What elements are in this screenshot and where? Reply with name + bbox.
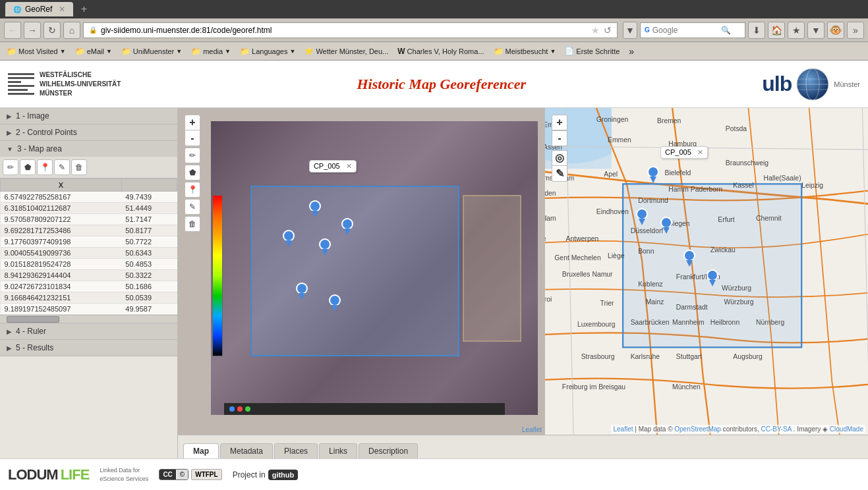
- table-row[interactable]: 9.17760397740919850.7722: [1, 236, 177, 248]
- search-engine-icon: G: [645, 26, 650, 34]
- bookmark-charles[interactable]: W Charles V, Holy Roma...: [393, 45, 488, 57]
- osm-pin-4[interactable]: [683, 250, 695, 269]
- svg-text:Würzburg: Würzburg: [722, 285, 751, 292]
- section-maparea-header[interactable]: ▼ 3 - Map area: [0, 141, 177, 157]
- draw-tool[interactable]: ✏: [185, 148, 200, 163]
- map-pin-1[interactable]: [309, 200, 321, 219]
- edit-tool-button[interactable]: ✏: [3, 159, 18, 175]
- polygon-tool-button[interactable]: ⬟: [20, 159, 36, 175]
- tab-map[interactable]: Map: [183, 443, 219, 458]
- bookmark-wetter[interactable]: ⭐ Wetter Münster, Deu...: [301, 45, 392, 57]
- bookmark-meistbesucht[interactable]: 📁 Meistbesucht ▼: [490, 45, 560, 57]
- bookmark-most-visited[interactable]: 📁 Most Visited ▼: [3, 45, 70, 57]
- section-cp-header[interactable]: ▶ 2 - Control Points: [0, 124, 177, 140]
- osm-pin-2[interactable]: [636, 208, 648, 227]
- cell-y: 50.3322: [121, 270, 177, 281]
- scrollbar-thumb[interactable]: [7, 316, 59, 323]
- url-input[interactable]: [101, 26, 587, 35]
- delete-tool-button[interactable]: 🗑: [71, 159, 87, 175]
- github-badge[interactable]: github: [268, 470, 299, 480]
- table-row[interactable]: 9.00405541909973650.6343: [1, 248, 177, 259]
- svg-text:Zwickau: Zwickau: [710, 246, 736, 254]
- ccbysa-link[interactable]: CC-BY-SA: [761, 425, 791, 433]
- edit2-tool-button[interactable]: ✎: [54, 159, 70, 175]
- menu-button[interactable]: ▼: [807, 22, 825, 39]
- osm-locate[interactable]: ◎: [552, 150, 567, 166]
- bookmark-languages[interactable]: 📁 Languages ▼: [236, 45, 299, 57]
- osm-pin-3[interactable]: [660, 217, 672, 236]
- osm-zoom-out[interactable]: -: [552, 130, 567, 146]
- bookmark-uni[interactable]: 📁 UniMuenster ▼: [117, 45, 186, 57]
- horizontal-scrollbar[interactable]: [0, 315, 177, 323]
- osm-tooltip-close[interactable]: ✕: [697, 148, 703, 156]
- section-image-header[interactable]: ▶ 1 - Image: [0, 108, 177, 124]
- cc-circle: ©: [177, 470, 188, 479]
- map-pin-6[interactable]: [329, 294, 341, 313]
- refresh-button[interactable]: ↻: [43, 22, 61, 39]
- pin-tool-button[interactable]: 📍: [37, 159, 53, 175]
- home-button2[interactable]: 🏠: [768, 22, 785, 39]
- table-row[interactable]: 9.18919715248509749.9587: [1, 304, 177, 315]
- new-tab-button[interactable]: +: [76, 2, 92, 16]
- shape-tool[interactable]: ⬟: [185, 165, 200, 180]
- osm-zoom-in[interactable]: +: [552, 115, 567, 130]
- osm-pin-1[interactable]: [647, 166, 659, 185]
- tab-links[interactable]: Links: [319, 443, 357, 458]
- svg-point-5: [310, 201, 320, 211]
- back-button[interactable]: ←: [4, 22, 21, 39]
- extensions-button[interactable]: ★: [788, 22, 805, 39]
- osm-pin-5[interactable]: [707, 269, 718, 288]
- dropdown-icon: ▼: [176, 48, 182, 55]
- tooltip-close-icon[interactable]: ✕: [346, 162, 352, 170]
- osm-link[interactable]: OpenStreetMap: [674, 425, 721, 433]
- table-row[interactable]: 9.69228171725348650.8177: [1, 225, 177, 236]
- university-name: WESTFÄLISCHE WILHELMS-UNIVERSITÄT MÜNSTE…: [40, 70, 121, 98]
- home-button[interactable]: ⌂: [63, 22, 80, 39]
- marker-tool[interactable]: 📍: [185, 182, 200, 198]
- tab-description[interactable]: Description: [359, 443, 418, 458]
- bookmark-more[interactable]: »: [625, 45, 638, 58]
- cloudmade-link[interactable]: CloudMade: [830, 425, 863, 433]
- table-row[interactable]: 6.57492278525816749.7439: [1, 192, 177, 203]
- extra-menu[interactable]: »: [847, 22, 864, 39]
- toolbar-btn1[interactable]: ▼: [623, 22, 637, 39]
- map-pin-4[interactable]: [341, 218, 353, 237]
- bookmark-erste[interactable]: 📄 Erste Schritte: [561, 45, 623, 57]
- forward-button[interactable]: →: [24, 22, 41, 39]
- refresh-icon[interactable]: ↺: [604, 25, 612, 36]
- table-row[interactable]: 8.94129362914440450.3322: [1, 270, 177, 281]
- svg-text:Düsseldorf: Düsseldorf: [631, 227, 664, 234]
- edit-tool[interactable]: ✎: [185, 199, 200, 215]
- table-row[interactable]: 9.16684642123215150.0539: [1, 292, 177, 304]
- browser-tab[interactable]: 🌐 GeoRef ✕: [5, 2, 73, 16]
- map-pin-2[interactable]: [283, 230, 295, 249]
- monkey-icon[interactable]: 🐵: [827, 22, 844, 39]
- downloads-button[interactable]: ⬇: [748, 22, 765, 39]
- table-row[interactable]: 9.57058780920712251.7147: [1, 214, 177, 225]
- bookmark-star-icon[interactable]: ★: [591, 25, 600, 36]
- leaflet-link[interactable]: Leaflet: [522, 426, 542, 433]
- search-icon[interactable]: 🔍: [721, 26, 731, 35]
- munster-label: Münster: [834, 80, 860, 88]
- osm-edit[interactable]: ✎: [552, 166, 567, 182]
- tab-metadata[interactable]: Metadata: [220, 443, 273, 458]
- delete-tool[interactable]: 🗑: [185, 216, 200, 232]
- table-row[interactable]: 9.01518281952472850.4853: [1, 259, 177, 270]
- tab-close-icon[interactable]: ✕: [59, 5, 65, 14]
- table-row[interactable]: 6.31851040211268751.4449: [1, 203, 177, 214]
- map-pin-3[interactable]: [319, 238, 331, 258]
- license-badge: CC © WTFPL: [159, 469, 221, 480]
- table-row[interactable]: 9.02472672310183450.1686: [1, 281, 177, 292]
- search-input[interactable]: [652, 26, 718, 35]
- osm-map-panel: + - ◎ ✎: [545, 108, 868, 435]
- section-results-header[interactable]: ▶ 5 - Results: [0, 340, 177, 356]
- url-bar[interactable]: 🔒 ★ ↺: [83, 22, 618, 38]
- historic-zoom-out[interactable]: -: [185, 130, 200, 146]
- tab-places[interactable]: Places: [274, 443, 318, 458]
- bookmark-email[interactable]: 📁 eMail ▼: [71, 45, 116, 57]
- section-ruler-header[interactable]: ▶ 4 - Ruler: [0, 323, 177, 339]
- historic-zoom-in[interactable]: +: [185, 115, 200, 130]
- bookmark-media[interactable]: 📁 media ▼: [187, 45, 235, 57]
- osm-leaflet-link[interactable]: Leaflet: [613, 425, 633, 433]
- map-pin-5[interactable]: [296, 283, 308, 302]
